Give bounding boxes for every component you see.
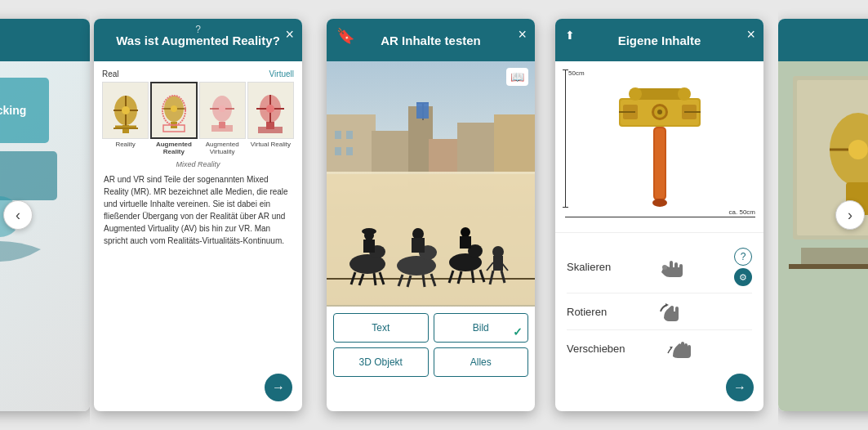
svg-point-79: [629, 87, 642, 101]
svg-rect-32: [346, 131, 353, 139]
ruler-horizontal: ca. 50cm: [565, 217, 755, 217]
partial-card-header: [0, 19, 90, 61]
svg-point-70: [492, 246, 504, 258]
ar-btn-text[interactable]: Text: [333, 313, 429, 343]
partial-card-right-body: [778, 61, 868, 411]
card-ar-explainer: ? Was ist Augmented Reality? × Real Virt…: [94, 19, 302, 411]
svg-point-24: [266, 105, 274, 113]
control-verschieben: Verschieben: [567, 330, 752, 366]
svg-point-80: [678, 87, 691, 101]
svg-point-14: [171, 105, 177, 112]
reality-img-av: Augmented Virtuality: [199, 82, 246, 155]
ar-content-buttons: Text Bild ✓ 3D Objekt Alles: [327, 307, 535, 383]
next-arrow-button[interactable]: →: [265, 374, 292, 401]
svg-rect-51: [412, 238, 425, 253]
controls-area: Skalieren ? ⚙ Rotieren: [555, 233, 763, 374]
card-own-content: ⬆ Eigene Inhalte × 50cm ca. 50cm: [555, 19, 763, 411]
svg-point-86: [652, 199, 667, 207]
svg-point-97: [848, 140, 868, 159]
bookmark-icon: 🔖: [336, 27, 354, 45]
verschieben-gesture: [664, 337, 695, 360]
help-icon-skalieren[interactable]: ?: [734, 248, 752, 266]
svg-point-50: [412, 228, 424, 240]
own-content-next-arrow[interactable]: →: [726, 374, 754, 401]
gear-icon-skalieren[interactable]: ⚙: [734, 268, 752, 286]
skalieren-gesture-svg: [658, 256, 688, 279]
svg-rect-99: [789, 264, 868, 269]
spectrum-virtuell: Virtuell: [269, 69, 294, 78]
svg-point-8: [122, 106, 130, 114]
spectrum-real: Real: [102, 69, 119, 78]
card-own-content-header: ⬆ Eigene Inhalte ×: [555, 19, 763, 61]
label-augmented-virtuality: Augmented Virtuality: [199, 141, 246, 155]
question-icon: ?: [195, 24, 201, 35]
label-virtual-reality: Virtual Reality: [251, 141, 291, 148]
checkmark-icon: ✓: [513, 325, 523, 338]
chevron-right-icon: ›: [848, 207, 852, 224]
sextant-gold-svg: [107, 86, 145, 135]
svg-line-64: [423, 275, 425, 287]
svg-line-60: [374, 273, 376, 285]
svg-point-19: [219, 105, 225, 112]
skalieren-gesture: [657, 256, 688, 279]
carousel-wrapper: etracking ? Was ist Augmented Reality? ×…: [0, 0, 868, 430]
ar-btn-3d-label: 3D Objekt: [359, 356, 403, 368]
ar-medieval-overlay: [327, 172, 535, 307]
ar-btn-alles-label: Alles: [470, 356, 492, 368]
artifact-svg: [586, 82, 733, 213]
svg-point-46: [362, 228, 376, 235]
chevron-left-icon: ‹: [16, 207, 20, 224]
sextant-ar-svg: [155, 86, 193, 135]
label-augmented-reality: Augmented Reality: [150, 141, 197, 155]
nav-arrow-right[interactable]: ›: [835, 200, 865, 230]
rotieren-gesture: [655, 300, 686, 323]
card-ar-explainer-header: ? Was ist Augmented Reality? ×: [94, 19, 302, 61]
reality-img-reality: Reality: [102, 82, 149, 155]
svg-point-91: [662, 265, 667, 270]
card-ar-explainer-close[interactable]: ×: [285, 27, 294, 42]
svg-text:etracking: etracking: [0, 104, 26, 117]
verschieben-gesture-svg: [665, 337, 694, 360]
rotieren-gesture-svg: [656, 300, 685, 323]
sextant-vr-svg: [251, 86, 289, 135]
card-own-content-footer: →: [726, 374, 754, 401]
mixed-reality-label: Mixed Reality: [102, 160, 294, 168]
card-ar-explainer-footer: →: [265, 374, 292, 401]
svg-rect-1: [0, 151, 57, 200]
reality-img-vr: Virtual Reality: [247, 82, 294, 155]
sextant-av-svg: [203, 86, 241, 135]
card-ar-test-close[interactable]: ×: [518, 27, 527, 42]
svg-rect-40: [327, 174, 535, 305]
nav-arrow-left[interactable]: ‹: [3, 200, 33, 230]
ar-btn-alles[interactable]: Alles: [434, 347, 529, 377]
medieval-scene-svg: [327, 174, 535, 305]
skalieren-icons: ? ⚙: [734, 248, 752, 286]
ar-btn-bild[interactable]: Bild ✓: [434, 313, 529, 343]
svg-rect-98: [801, 248, 868, 264]
partial-card-right-header: [778, 19, 868, 61]
svg-rect-31: [335, 131, 341, 139]
label-reality: Reality: [115, 141, 135, 148]
svg-rect-34: [346, 147, 353, 155]
card-own-content-close[interactable]: ×: [746, 27, 755, 42]
card-ar-test-title: AR Inhalte testen: [338, 34, 523, 47]
card-ar-test-header: 🔖 AR Inhalte testen ×: [327, 19, 535, 61]
ar-btn-bild-label: Bild: [473, 322, 489, 334]
control-rotieren: Rotieren: [567, 293, 752, 330]
ruler-vertical: 50cm: [565, 69, 566, 208]
upload-icon[interactable]: ⬆: [565, 29, 575, 42]
reality-img-box-av: [199, 82, 246, 139]
card-ar-test: 🔖 AR Inhalte testen ×: [327, 19, 535, 411]
ar-btn-3d[interactable]: 3D Objekt: [333, 347, 429, 377]
tutorial-book-icon[interactable]: 📖: [506, 68, 528, 86]
ar-scene: 📖: [327, 61, 535, 307]
reality-img-box-ar: [150, 82, 197, 139]
ruler-v-label: 50cm: [568, 69, 585, 77]
reality-img-box-reality: [102, 82, 149, 139]
card-ar-explainer-body: Real Virtuell: [94, 61, 302, 255]
svg-rect-37: [416, 102, 429, 119]
ruler-h-label: ca. 50cm: [729, 208, 755, 216]
svg-rect-56: [460, 236, 471, 249]
svg-point-83: [657, 110, 662, 114]
control-skalieren: Skalieren ? ⚙: [567, 241, 752, 293]
